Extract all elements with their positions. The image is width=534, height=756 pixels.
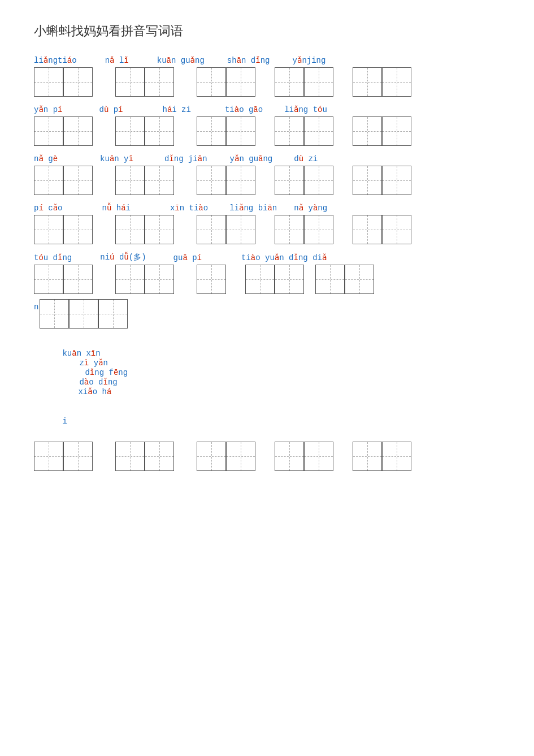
char-box[interactable] [197, 265, 226, 294]
char-box[interactable] [382, 215, 411, 244]
char-boxes-1-5 [353, 67, 411, 97]
char-box[interactable] [115, 215, 145, 244]
char-box[interactable] [34, 215, 63, 244]
char-box[interactable] [115, 265, 145, 294]
pinyin-2-5: liǎng tóu [284, 105, 327, 114]
char-boxes-3-4 [275, 166, 333, 195]
char-box[interactable] [275, 116, 304, 146]
char-box[interactable] [353, 442, 382, 471]
char-box[interactable] [197, 166, 226, 195]
char-box[interactable] [98, 299, 128, 329]
char-box[interactable] [34, 67, 63, 97]
char-box[interactable] [197, 215, 226, 244]
char-box[interactable] [345, 265, 374, 294]
char-box[interactable] [34, 116, 63, 146]
char-box[interactable] [115, 166, 145, 195]
char-box[interactable] [353, 67, 382, 97]
boxes-row-2 [34, 116, 500, 146]
pinyin-row-5: tóu dǐng niú dǚ(多) guā pí tiào yuǎn dǐng… [34, 252, 500, 262]
char-box[interactable] [226, 116, 255, 146]
char-boxes-5-5 [315, 265, 374, 294]
char-box[interactable] [145, 215, 174, 244]
bottom-boxes-row [34, 442, 500, 471]
char-box[interactable] [382, 67, 411, 97]
pinyin-4-1: pí cǎo [34, 203, 62, 213]
char-box[interactable] [226, 67, 255, 97]
char-box[interactable] [382, 166, 411, 195]
pinyin-2-3: hái zi [163, 105, 191, 114]
pinyin-row-1: liǎngtiáo nǎ lǐ kuān guǎng shān dǐng yǎn… [34, 55, 500, 65]
char-box[interactable] [69, 299, 98, 329]
char-box[interactable] [197, 116, 226, 146]
char-box[interactable] [145, 265, 174, 294]
pinyin-row-4: pí cǎo nǚ hái xīn tiào liǎng biān nǎ yàn… [34, 203, 500, 213]
char-box[interactable] [304, 215, 333, 244]
char-box[interactable] [353, 116, 382, 146]
char-box[interactable] [304, 442, 333, 471]
char-box[interactable] [226, 442, 255, 471]
char-box[interactable] [275, 215, 304, 244]
char-boxes-3-1 [34, 166, 93, 195]
char-box[interactable] [304, 67, 333, 97]
char-box[interactable] [34, 442, 63, 471]
char-box[interactable] [245, 265, 275, 294]
char-boxes-1-1 [34, 67, 93, 97]
char-box[interactable] [353, 215, 382, 244]
char-box[interactable] [226, 166, 255, 195]
char-boxes-4-5 [353, 215, 411, 244]
char-box[interactable] [197, 67, 226, 97]
char-boxes-5-4 [245, 265, 304, 294]
char-boxes-3-3 [197, 166, 255, 195]
char-boxes-3-2 [115, 166, 174, 195]
char-box[interactable] [197, 442, 226, 471]
row-group-1: liǎngtiáo nǎ lǐ kuān guǎng shān dǐng yǎn… [34, 55, 500, 97]
pinyin-4-4: liǎng biān [229, 203, 277, 213]
char-box[interactable] [63, 215, 93, 244]
char-box[interactable] [275, 67, 304, 97]
char-box[interactable] [145, 116, 174, 146]
char-box[interactable] [34, 166, 63, 195]
char-box[interactable] [115, 442, 145, 471]
char-box[interactable] [115, 67, 145, 97]
pinyin-b-1: kuān xīn [62, 349, 100, 358]
pinyin-3-4: yǎn guāng [230, 154, 273, 163]
char-boxes-b-5 [353, 442, 411, 471]
char-box[interactable] [275, 265, 304, 294]
char-box[interactable] [145, 442, 174, 471]
char-boxes-b-3 [197, 442, 255, 471]
char-boxes-b-1 [34, 442, 93, 471]
char-box[interactable] [315, 265, 345, 294]
char-boxes-1-2 [115, 67, 174, 97]
boxes-row-5 [34, 265, 500, 294]
char-boxes-1-4 [275, 67, 333, 97]
char-boxes-6-1 [40, 299, 128, 329]
pinyin-4-2: nǚ hái [102, 203, 130, 213]
char-box[interactable] [145, 166, 174, 195]
char-box[interactable] [382, 442, 411, 471]
char-box[interactable] [40, 299, 69, 329]
char-box[interactable] [115, 116, 145, 146]
char-box[interactable] [304, 116, 333, 146]
char-boxes-2-2 [115, 116, 174, 146]
n-prefix-row: n [34, 299, 500, 329]
pinyin-b-2: zì yǎn [79, 358, 107, 368]
char-box[interactable] [353, 166, 382, 195]
pinyin-1-2: nǎ lǐ [105, 55, 129, 65]
char-box[interactable] [304, 166, 333, 195]
char-box[interactable] [63, 166, 93, 195]
char-boxes-4-3 [197, 215, 255, 244]
pinyin-b-6: i [62, 417, 67, 426]
char-box[interactable] [34, 265, 63, 294]
char-box[interactable] [382, 116, 411, 146]
char-boxes-1-3 [197, 67, 255, 97]
char-box[interactable] [63, 265, 93, 294]
char-box[interactable] [63, 67, 93, 97]
char-box[interactable] [145, 67, 174, 97]
pinyin-3-2: kuān yī [100, 154, 133, 163]
char-box[interactable] [226, 215, 255, 244]
page-title: 小蝌蚪找妈妈看拼音写词语 [34, 23, 500, 40]
char-box[interactable] [275, 442, 304, 471]
char-box[interactable] [63, 116, 93, 146]
char-box[interactable] [275, 166, 304, 195]
char-box[interactable] [63, 442, 93, 471]
